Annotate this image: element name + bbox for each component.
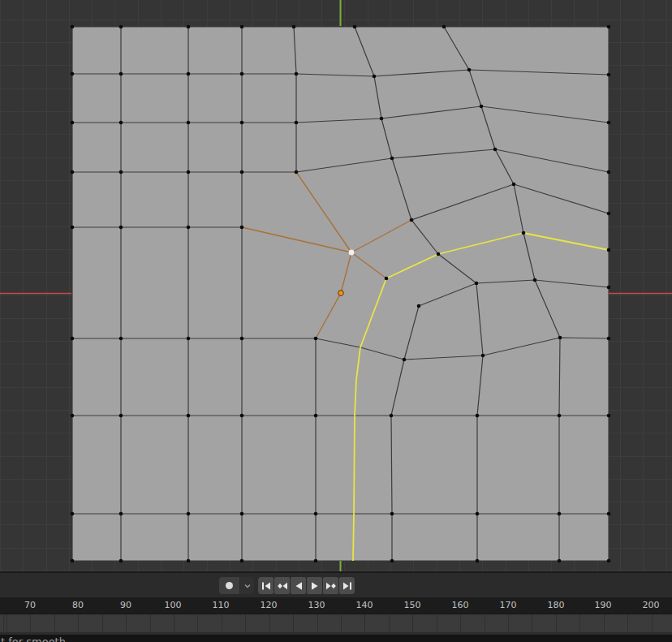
vertex-dot[interactable] (71, 337, 75, 341)
vertex-dot[interactable] (533, 278, 537, 282)
active-vertex[interactable] (349, 250, 355, 256)
vertex-dot[interactable] (187, 170, 191, 175)
vertex-dot[interactable] (295, 121, 299, 125)
timeline-track[interactable] (0, 614, 672, 632)
vertex-dot[interactable] (558, 512, 562, 516)
vertex-dot[interactable] (410, 218, 414, 222)
vertex-dot[interactable] (607, 248, 611, 252)
vertex-dot[interactable] (119, 226, 123, 230)
vertex-dot[interactable] (119, 170, 123, 175)
vertex-dot[interactable] (512, 183, 516, 187)
vertex-dot[interactable] (558, 559, 562, 563)
vertex-dot[interactable] (71, 559, 75, 563)
vertex-dot[interactable] (71, 512, 75, 516)
vertex-dot[interactable] (187, 414, 191, 418)
selected-vertex[interactable] (338, 291, 344, 296)
vertex-dot[interactable] (314, 559, 318, 563)
vertex-dot[interactable] (607, 25, 611, 29)
vertex-dot[interactable] (403, 358, 407, 362)
vertex-dot[interactable] (607, 212, 611, 216)
vertex-dot[interactable] (390, 512, 394, 516)
vertex-dot[interactable] (353, 25, 357, 29)
vertex-dot[interactable] (314, 512, 318, 516)
vertex-dot[interactable] (558, 336, 562, 340)
vertex-dot[interactable] (390, 157, 394, 161)
vertex-dot[interactable] (442, 25, 446, 29)
vertex-dot[interactable] (71, 226, 75, 230)
jump-to-start-button[interactable] (258, 577, 274, 594)
vertex-dot[interactable] (240, 337, 244, 341)
vertex-dot[interactable] (607, 73, 611, 77)
vertex-dot[interactable] (187, 337, 191, 341)
vertex-dot[interactable] (240, 414, 244, 418)
vertex-dot[interactable] (240, 170, 244, 175)
vertex-dot[interactable] (187, 25, 191, 29)
play-reverse-button[interactable] (291, 577, 306, 594)
vertex-dot[interactable] (607, 337, 611, 341)
vertex-dot[interactable] (607, 170, 611, 175)
vertex-dot[interactable] (71, 72, 75, 76)
play-button[interactable] (307, 577, 322, 594)
auto-keying-dropdown[interactable] (240, 577, 254, 594)
vertex-dot[interactable] (373, 75, 377, 79)
vertex-dot[interactable] (187, 226, 191, 230)
vertex-dot[interactable] (476, 414, 480, 418)
vertex-dot[interactable] (119, 25, 123, 29)
vertex-dot[interactable] (240, 25, 244, 29)
frame-tick-label: 70 (24, 600, 36, 610)
vertex-dot[interactable] (314, 414, 318, 418)
vertex-dot[interactable] (476, 559, 480, 563)
vertex-dot[interactable] (437, 252, 441, 256)
edit-mesh[interactable] (0, 0, 672, 571)
vertex-dot[interactable] (607, 121, 611, 125)
vertex-dot[interactable] (380, 117, 384, 121)
vertex-dot[interactable] (119, 414, 123, 418)
vertex-dot[interactable] (295, 170, 299, 175)
vertex-dot[interactable] (295, 72, 299, 76)
vertex-dot[interactable] (475, 282, 479, 286)
vertex-dot[interactable] (607, 559, 611, 563)
vertex-dot[interactable] (417, 304, 421, 308)
vertex-dot[interactable] (314, 337, 318, 341)
auto-keying-button[interactable] (219, 577, 239, 594)
vertex-dot[interactable] (385, 277, 389, 281)
vertex-dot[interactable] (187, 512, 191, 516)
3d-viewport[interactable] (0, 0, 672, 571)
frame-tick-label: 170 (500, 600, 517, 610)
vertex-dot[interactable] (71, 121, 75, 125)
vertex-dot[interactable] (493, 148, 498, 152)
timeline-ruler[interactable]: 708090100110120130140150160170180190200 (0, 597, 672, 614)
vertex-dot[interactable] (240, 512, 244, 516)
vertex-dot[interactable] (240, 559, 244, 563)
vertex-dot[interactable] (480, 105, 484, 109)
jump-to-end-button[interactable] (339, 577, 355, 594)
vertex-dot[interactable] (187, 121, 191, 125)
vertex-dot[interactable] (607, 414, 611, 418)
vertex-dot[interactable] (119, 512, 123, 516)
vertex-dot[interactable] (119, 337, 123, 341)
vertex-dot[interactable] (481, 354, 485, 358)
vertex-dot[interactable] (187, 72, 191, 76)
vertex-dot[interactable] (119, 72, 123, 76)
vertex-dot[interactable] (240, 72, 244, 76)
vertex-dot[interactable] (119, 559, 123, 563)
vertex-dot[interactable] (71, 414, 75, 418)
vertex-dot[interactable] (558, 414, 562, 418)
vertex-dot[interactable] (467, 68, 472, 72)
vertex-dot[interactable] (607, 512, 611, 516)
vertex-dot[interactable] (187, 559, 191, 563)
vertex-dot[interactable] (522, 231, 526, 235)
vertex-dot[interactable] (71, 170, 75, 175)
vertex-dot[interactable] (476, 512, 480, 516)
vertex-dot[interactable] (292, 25, 296, 29)
vertex-dot[interactable] (240, 121, 244, 125)
vertex-dot[interactable] (607, 286, 611, 290)
next-keyframe-button[interactable] (323, 577, 338, 594)
prev-keyframe-button[interactable] (274, 577, 290, 594)
vertex-dot[interactable] (390, 414, 394, 418)
vertex-dot[interactable] (390, 559, 394, 563)
vertex-dot[interactable] (119, 121, 123, 125)
vertex-dot[interactable] (240, 226, 244, 230)
vertex-dot[interactable] (71, 25, 75, 29)
playback-controls (258, 577, 355, 594)
